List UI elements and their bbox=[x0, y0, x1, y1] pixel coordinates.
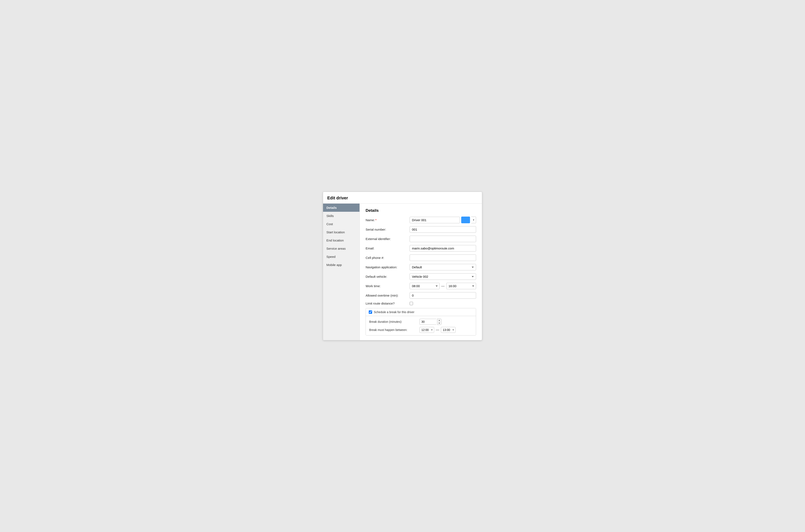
break-duration-label: Break duration (minutes): bbox=[369, 320, 420, 323]
sidebar-item-details[interactable]: Details bbox=[323, 204, 360, 212]
break-time-range-row: Break must happen between: 12:00 11:00 1… bbox=[369, 327, 473, 333]
main-content: Details Name:* ▾ Serial number: bbox=[360, 204, 482, 340]
sidebar-item-skills[interactable]: Skills bbox=[323, 212, 360, 220]
cell-phone-row: Cell phone #: bbox=[366, 254, 476, 261]
work-time-start-select[interactable]: 08:00 09:00 07:00 bbox=[409, 283, 440, 289]
edit-driver-window: Edit driver Details Skills Cost Start lo… bbox=[323, 192, 482, 340]
color-dropdown-button[interactable]: ▾ bbox=[471, 216, 476, 223]
allowed-overtime-row: Allowed overtime (min): bbox=[366, 292, 476, 299]
allowed-overtime-input[interactable] bbox=[409, 292, 476, 299]
sidebar-item-start-location[interactable]: Start location bbox=[323, 228, 360, 236]
sidebar-item-mobile-app[interactable]: Mobile app bbox=[323, 261, 360, 269]
break-time-separator: — bbox=[435, 328, 440, 332]
work-time-end-select[interactable]: 16:00 17:00 18:00 bbox=[446, 283, 476, 289]
break-body: Break duration (minutes): ▲ ▼ Break must… bbox=[366, 316, 476, 335]
limit-route-distance-row: Limit route distance? bbox=[366, 302, 476, 305]
default-vehicle-row: Default vehicle: Vehicle 002 Vehicle 001… bbox=[366, 273, 476, 280]
name-input[interactable] bbox=[409, 217, 460, 223]
cell-phone-label: Cell phone #: bbox=[366, 256, 409, 260]
color-button[interactable] bbox=[461, 216, 470, 223]
default-vehicle-select[interactable]: Vehicle 002 Vehicle 001 Vehicle 003 bbox=[409, 273, 476, 280]
sidebar-item-service-areas[interactable]: Service areas bbox=[323, 244, 360, 252]
name-label: Name:* bbox=[366, 218, 409, 222]
break-start-time-select[interactable]: 12:00 11:00 13:00 bbox=[420, 327, 434, 333]
serial-number-row: Serial number: bbox=[366, 226, 476, 233]
external-identifier-row: External identifier: bbox=[366, 235, 476, 242]
work-time-separator: — bbox=[441, 284, 445, 288]
limit-route-distance-checkbox[interactable] bbox=[409, 302, 413, 305]
break-section: Schedule a break for this driver Break d… bbox=[366, 308, 476, 336]
sidebar-item-cost[interactable]: Cost bbox=[323, 220, 360, 228]
break-duration-decrement[interactable]: ▼ bbox=[437, 322, 441, 325]
name-row: Name:* ▾ bbox=[366, 216, 476, 223]
break-duration-increment[interactable]: ▲ bbox=[437, 319, 441, 322]
sidebar: Details Skills Cost Start location End l… bbox=[323, 204, 360, 340]
break-schedule-label: Schedule a break for this driver bbox=[374, 310, 415, 314]
window-title: Edit driver bbox=[323, 192, 482, 204]
navigation-application-select[interactable]: Default Google Maps Waze bbox=[409, 264, 476, 270]
break-schedule-checkbox[interactable] bbox=[369, 310, 372, 314]
break-duration-row: Break duration (minutes): ▲ ▼ bbox=[369, 319, 473, 325]
sidebar-item-speed[interactable]: Speed bbox=[323, 252, 360, 261]
work-time-row: Work time: 08:00 09:00 07:00 — 16:00 17:… bbox=[366, 283, 476, 289]
break-duration-spinner: ▲ ▼ bbox=[437, 319, 441, 325]
serial-number-label: Serial number: bbox=[366, 228, 409, 231]
navigation-application-row: Navigation application: Default Google M… bbox=[366, 264, 476, 270]
break-time-range-label: Break must happen between: bbox=[369, 328, 420, 331]
serial-number-input[interactable] bbox=[409, 226, 476, 233]
sidebar-item-end-location[interactable]: End location bbox=[323, 236, 360, 244]
navigation-application-label: Navigation application: bbox=[366, 265, 409, 269]
window-body: Details Skills Cost Start location End l… bbox=[323, 204, 482, 340]
external-identifier-label: External identifier: bbox=[366, 237, 409, 241]
email-row: Email: bbox=[366, 245, 476, 251]
section-title: Details bbox=[366, 208, 476, 213]
break-end-time-select[interactable]: 13:00 14:00 12:00 bbox=[441, 327, 456, 333]
email-label: Email: bbox=[366, 247, 409, 250]
email-input[interactable] bbox=[409, 245, 476, 251]
allowed-overtime-label: Allowed overtime (min): bbox=[366, 293, 409, 297]
default-vehicle-label: Default vehicle: bbox=[366, 275, 409, 278]
limit-route-distance-label: Limit route distance? bbox=[366, 302, 409, 305]
break-duration-input[interactable] bbox=[420, 319, 436, 325]
break-header: Schedule a break for this driver bbox=[366, 308, 476, 316]
work-time-label: Work time: bbox=[366, 284, 409, 288]
cell-phone-input[interactable] bbox=[409, 254, 476, 261]
external-identifier-input[interactable] bbox=[409, 235, 476, 242]
